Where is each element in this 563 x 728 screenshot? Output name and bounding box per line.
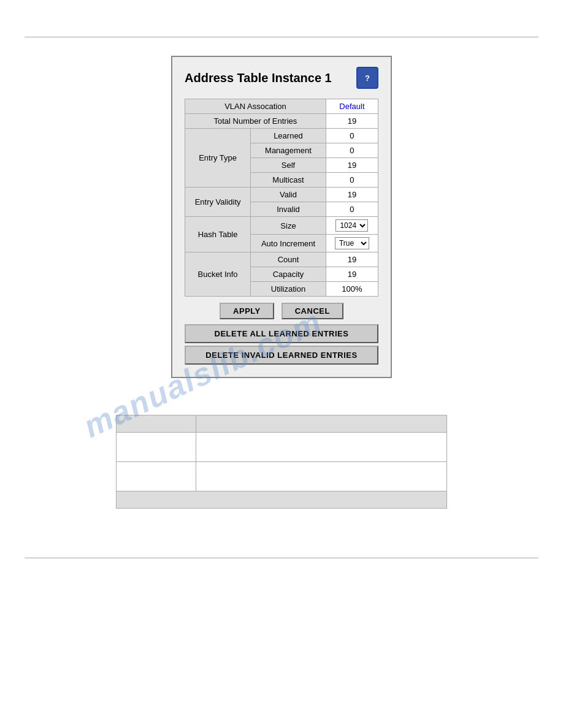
auto-increment-select[interactable]: True False (335, 237, 369, 249)
size-cell: 1024 2048 512 (326, 217, 378, 235)
entry-type-label: Entry Type (185, 129, 251, 188)
help-icon: ? (365, 74, 370, 83)
bottom-col1-header (117, 415, 196, 433)
bottom-footer-row (117, 491, 447, 509)
bottom-section (116, 415, 447, 533)
main-content: Address Table Instance 1 ? VLAN Assocati… (0, 37, 563, 545)
bottom-rule (25, 558, 538, 558)
bottom-col2-header (196, 415, 447, 433)
bottom-header-row (117, 415, 447, 433)
help-button[interactable]: ? (356, 67, 378, 89)
page-wrapper: manualslib.com Address Table Instance 1 … (0, 37, 563, 728)
management-value: 0 (326, 143, 378, 158)
entry-type-learned-row: Entry Type Learned 0 (185, 129, 378, 143)
page-title: Address Table Instance 1 (185, 71, 351, 85)
hash-size-row: Hash Table Size 1024 2048 512 (185, 217, 378, 235)
self-value: 19 (326, 158, 378, 173)
utilization-value: 100% (326, 282, 378, 297)
bottom-row1-col2 (196, 433, 447, 462)
vlan-row: VLAN Assocation Default (185, 99, 378, 114)
management-label: Management (251, 143, 326, 158)
count-label: Count (251, 252, 326, 267)
learned-label: Learned (251, 129, 326, 143)
capacity-label: Capacity (251, 267, 326, 282)
total-entries-value: 19 (326, 114, 378, 129)
total-entries-row: Total Number of Entries 19 (185, 114, 378, 129)
auto-increment-label: Auto Increment (251, 235, 326, 252)
invalid-label: Invalid (251, 202, 326, 217)
cancel-button[interactable]: CANCEL (282, 303, 343, 319)
valid-value: 19 (326, 188, 378, 202)
delete-all-button[interactable]: DELETE ALL LEARNED ENTRIES (185, 324, 378, 343)
bottom-table (116, 415, 447, 509)
vlan-label: VLAN Assocation (185, 99, 326, 114)
count-value: 19 (326, 252, 378, 267)
bottom-data-row-1 (117, 433, 447, 462)
panel: Address Table Instance 1 ? VLAN Assocati… (171, 56, 392, 378)
vlan-link[interactable]: Default (339, 102, 364, 111)
panel-title-row: Address Table Instance 1 ? (185, 67, 378, 89)
bottom-row1-col1 (117, 433, 196, 462)
bottom-row2-col2 (196, 462, 447, 491)
valid-label: Valid (251, 188, 326, 202)
action-buttons: APPLY CANCEL (185, 303, 378, 319)
bucket-count-row: Bucket Info Count 19 (185, 252, 378, 267)
capacity-value: 19 (326, 267, 378, 282)
vlan-value[interactable]: Default (326, 99, 378, 114)
invalid-value: 0 (326, 202, 378, 217)
multicast-value: 0 (326, 173, 378, 188)
auto-increment-cell: True False (326, 235, 378, 252)
bottom-row2-col1 (117, 462, 196, 491)
multicast-label: Multicast (251, 173, 326, 188)
total-entries-label: Total Number of Entries (185, 114, 326, 129)
bottom-data-row-2 (117, 462, 447, 491)
size-select[interactable]: 1024 2048 512 (335, 219, 368, 232)
size-label: Size (251, 217, 326, 235)
bucket-info-label: Bucket Info (185, 252, 251, 297)
entry-validity-valid-row: Entry Validity Valid 19 (185, 188, 378, 202)
learned-value: 0 (326, 129, 378, 143)
info-table: VLAN Assocation Default Total Number of … (185, 99, 378, 297)
bottom-footer-cell (117, 491, 447, 509)
self-label: Self (251, 158, 326, 173)
hash-table-label: Hash Table (185, 217, 251, 252)
delete-invalid-button[interactable]: DELETE INVALID LEARNED ENTRIES (185, 346, 378, 365)
apply-button[interactable]: APPLY (220, 303, 274, 319)
entry-validity-label: Entry Validity (185, 188, 251, 217)
wide-buttons: DELETE ALL LEARNED ENTRIES DELETE INVALI… (185, 324, 378, 365)
utilization-label: Utilization (251, 282, 326, 297)
